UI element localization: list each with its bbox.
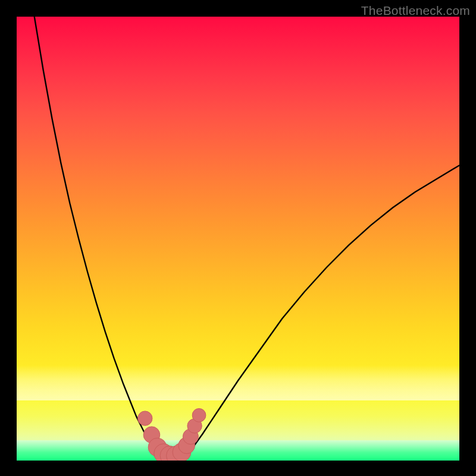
watermark-text: TheBottleneck.com	[361, 4, 470, 18]
plot-area	[17, 17, 459, 461]
chart-frame: TheBottleneck.com	[0, 0, 476, 476]
green-band	[17, 440, 459, 461]
pale-band	[17, 365, 459, 401]
